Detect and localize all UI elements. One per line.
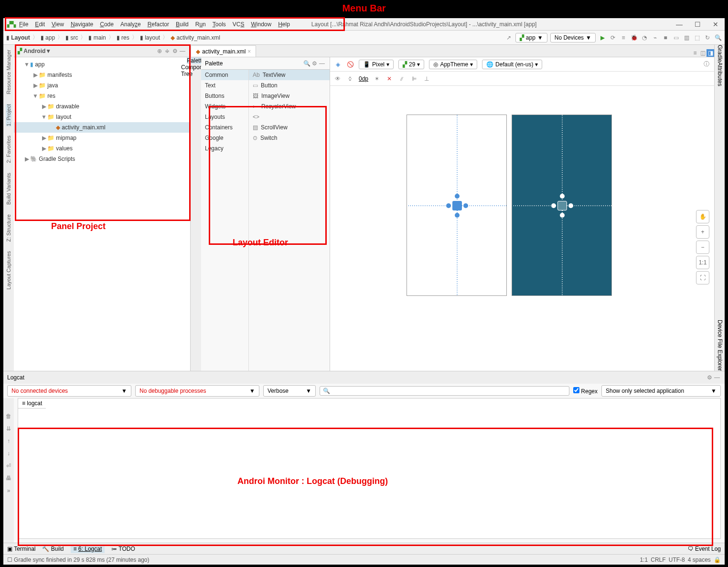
guide-icon[interactable]: ⊥ <box>423 75 430 83</box>
surface-icon[interactable]: ◈ <box>334 61 342 68</box>
tree-row[interactable]: ▶📁 values <box>14 143 190 154</box>
device-preview-design[interactable] <box>407 115 507 296</box>
bc-root[interactable]: ▮ Layout <box>6 34 30 41</box>
menu-vcs[interactable]: VCS <box>233 21 245 28</box>
device-selector[interactable]: No Devices ▼ <box>550 33 596 42</box>
bc-layout[interactable]: ▮ layout <box>140 34 160 41</box>
api-combo[interactable]: ▞ 29 ▾ <box>398 60 424 69</box>
gear-icon[interactable]: ⚙ <box>171 47 179 55</box>
up-icon[interactable]: ↑ <box>5 437 12 445</box>
logcat-search-input[interactable] <box>320 386 569 396</box>
apply-icon[interactable]: ⟳ <box>609 34 617 42</box>
palette-item[interactable]: 🖼ImageView <box>249 91 330 101</box>
tree-row[interactable]: ▼▮ app <box>14 59 190 70</box>
menu-run[interactable]: Run <box>195 21 206 28</box>
zoom-fit-button[interactable]: ⛶ <box>696 271 709 284</box>
sync-gradle-icon[interactable]: ↻ <box>704 34 711 42</box>
menu-edit[interactable]: Edit <box>35 21 45 28</box>
wrap-icon[interactable]: ⏎ <box>5 462 12 470</box>
margin-value[interactable]: 0dp <box>359 75 368 82</box>
debug-icon[interactable]: 🐞 <box>630 34 638 42</box>
lock-icon[interactable]: 🔒 <box>714 556 721 563</box>
warnings-icon[interactable]: ⓘ <box>703 61 710 68</box>
structure-icon[interactable]: ⬚ <box>693 34 701 42</box>
tab-resource-manager[interactable]: Resource Manager <box>6 50 11 94</box>
zoom-out-button[interactable]: − <box>696 241 709 254</box>
run-icon[interactable]: ▶ <box>599 34 606 42</box>
avd-icon[interactable]: ▭ <box>672 34 680 42</box>
bc-src[interactable]: ▮ src <box>65 34 78 41</box>
menu-build[interactable]: Build <box>176 21 189 28</box>
maximize-button[interactable]: ☐ <box>688 21 707 28</box>
collapse-icon[interactable]: ≑ <box>163 47 171 55</box>
tab-favorites[interactable]: 2: Favorites <box>6 136 11 163</box>
close-button[interactable]: ✕ <box>707 21 725 28</box>
menu-navigate[interactable]: Navigate <box>71 21 93 28</box>
zoom-1to1-button[interactable]: 1:1 <box>696 256 709 269</box>
palette-items[interactable]: AbTextView▭Button🖼ImageView≔RecyclerView… <box>249 70 330 371</box>
palette-search-icon[interactable]: 🔍 <box>303 60 310 67</box>
close-tab-icon[interactable]: × <box>247 48 251 55</box>
bc-app[interactable]: ▮ app <box>41 34 55 41</box>
hide-icon[interactable]: — <box>179 47 186 55</box>
stop2-icon[interactable]: ■ <box>662 34 669 42</box>
tree-row[interactable]: ▶📁 drawable <box>14 101 190 112</box>
palette-item[interactable]: ▤ScrollView <box>249 122 330 133</box>
trash-icon[interactable]: 🗑 <box>5 412 12 420</box>
tab-layout-captures[interactable]: Layout Captures <box>6 251 11 290</box>
theme-combo[interactable]: ◎ AppTheme ▾ <box>429 60 477 69</box>
tab-todo[interactable]: ≔ TODO <box>111 546 135 552</box>
logcat-filter-combo[interactable]: Show only selected application▼ <box>601 385 721 397</box>
view-design-icon[interactable]: ≡ <box>691 49 699 57</box>
palette-categories[interactable]: CommonTextButtonsWidgetsLayoutsContainer… <box>201 70 249 371</box>
logcat-output[interactable]: ≡ logcat <box>18 398 721 539</box>
tab-project[interactable]: 1: Project <box>6 104 11 126</box>
view-split-icon[interactable]: ◫ <box>699 49 707 57</box>
bc-file[interactable]: ◆ activity_main.xml <box>171 34 220 41</box>
sync-icon[interactable]: ↗ <box>505 34 513 42</box>
menu-file[interactable]: File <box>19 21 28 28</box>
menu-tools[interactable]: Tools <box>213 21 226 28</box>
device-combo[interactable]: 📱 Pixel ▾ <box>359 60 394 69</box>
editor-tab-activity-main[interactable]: ◆activity_main.xml× <box>191 45 256 57</box>
attach-icon[interactable]: ⌁ <box>651 34 659 42</box>
target-icon[interactable]: ⊕ <box>156 47 163 55</box>
tree-row[interactable]: ▼📁 layout <box>14 112 190 122</box>
infer-icon[interactable]: ✶ <box>373 75 381 83</box>
scroll-icon[interactable]: ⇊ <box>5 425 12 432</box>
device-preview-blueprint[interactable] <box>512 115 612 296</box>
print-icon[interactable]: 🖶 <box>5 474 12 482</box>
tab-event-log[interactable]: 🗨 Event Log <box>688 546 721 552</box>
magnet-icon[interactable]: ⧲ <box>346 75 354 83</box>
run-config[interactable]: ▞app ▼ <box>515 33 547 42</box>
orientation-icon[interactable]: 🚫 <box>346 61 354 68</box>
tab-build-variants[interactable]: Build Variants <box>6 173 11 205</box>
logcat-tab[interactable]: ≡ logcat <box>18 399 46 409</box>
palette-gear-icon[interactable]: ⚙ <box>310 60 318 67</box>
tab-gradle[interactable]: Gradle <box>717 45 723 62</box>
tree-row[interactable]: ▶📁 java <box>14 80 190 91</box>
palette-cat[interactable]: Containers <box>201 122 248 133</box>
zoom-in-button[interactable]: + <box>696 225 709 239</box>
tab-terminal[interactable]: ▣ Terminal <box>7 546 35 552</box>
tree-row[interactable]: ▼📁 res <box>14 91 190 101</box>
palette-cat[interactable]: Text <box>201 80 248 91</box>
tab-attributes[interactable]: Attributes <box>717 62 723 86</box>
logcat-regex-check[interactable]: Regex <box>573 387 598 395</box>
palette-cat[interactable]: Legacy <box>201 143 248 154</box>
tab-device-explorer[interactable]: Device File Explorer <box>717 320 723 371</box>
menu-code[interactable]: Code <box>100 21 114 28</box>
palette-cat[interactable]: Google <box>201 133 248 143</box>
palette-item[interactable]: ⊙Switch <box>249 133 330 143</box>
sdk-icon[interactable]: ▥ <box>683 34 690 42</box>
menu-view[interactable]: View <box>52 21 64 28</box>
palette-cat[interactable]: Layouts <box>201 112 248 122</box>
logcat-hide-icon[interactable]: — <box>713 374 721 381</box>
tree-row[interactable]: ▶📁 manifests <box>14 70 190 80</box>
tree-row[interactable]: ▶📁 mipmap <box>14 133 190 143</box>
tree-row[interactable]: ◆ activity_main.xml <box>14 122 190 133</box>
design-canvas[interactable]: ✋ + − 1:1 ⛶ <box>330 86 714 371</box>
pack-icon[interactable]: ⫽ <box>398 75 406 83</box>
logcat-gear-icon[interactable]: ⚙ <box>706 374 713 381</box>
palette-cat[interactable]: Buttons <box>201 91 248 101</box>
